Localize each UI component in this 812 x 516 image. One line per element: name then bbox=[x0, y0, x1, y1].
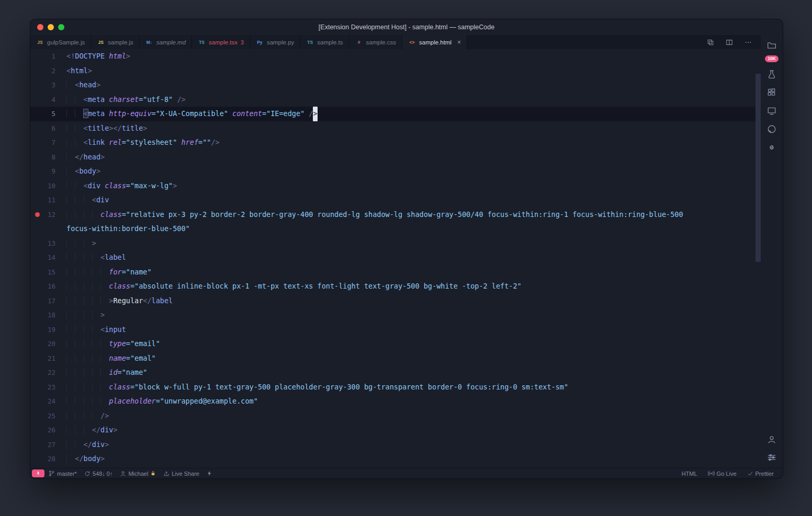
code-line[interactable]: 12 class="relative px-3 py-2 border-2 bo… bbox=[30, 208, 755, 222]
line-number[interactable]: 6 bbox=[30, 121, 66, 136]
maximize-window-button[interactable] bbox=[58, 24, 64, 30]
prettier-status[interactable]: Prettier bbox=[743, 471, 777, 477]
code-line[interactable]: 26 </div> bbox=[30, 423, 755, 438]
code-line[interactable]: 25 /> bbox=[30, 409, 755, 423]
code-line[interactable]: 18 > bbox=[30, 308, 755, 323]
line-number[interactable]: 24 bbox=[30, 394, 66, 409]
tab-sample.html[interactable]: <>sample.html× bbox=[402, 35, 467, 49]
code-line[interactable]: 8 </head> bbox=[30, 150, 755, 165]
tab-sample.ts[interactable]: TSsample.ts bbox=[300, 35, 349, 49]
code-line[interactable]: 13 > bbox=[30, 236, 755, 251]
live-share-button[interactable]: Live Share bbox=[160, 471, 203, 477]
code-line[interactable]: 16 class="absolute inline-block px-1 -mt… bbox=[30, 279, 755, 294]
explorer-icon[interactable] bbox=[765, 40, 778, 51]
tab-sample.tsx[interactable]: TSsample.tsx3 bbox=[192, 35, 250, 49]
code-line[interactable]: 15 for="name" bbox=[30, 265, 755, 280]
minimize-window-button[interactable] bbox=[48, 24, 54, 30]
line-number[interactable]: 3 bbox=[30, 78, 66, 93]
line-number[interactable]: 2 bbox=[30, 64, 66, 78]
code-line[interactable]: 29</html> bbox=[30, 466, 755, 468]
tab-sample.md[interactable]: M↓sample.md bbox=[140, 35, 192, 49]
title-bar[interactable]: [Extension Development Host] - sample.ht… bbox=[30, 19, 783, 35]
go-live-button[interactable]: Go Live bbox=[704, 470, 740, 477]
remote-window-icon[interactable] bbox=[765, 106, 778, 116]
breakpoint-dot[interactable] bbox=[35, 212, 40, 217]
line-number[interactable]: 15 bbox=[30, 265, 66, 280]
language-mode[interactable]: HTML bbox=[678, 471, 701, 477]
line-number[interactable]: 5 bbox=[30, 107, 66, 121]
tab-sample.css[interactable]: #sample.css bbox=[349, 35, 403, 49]
line-number[interactable]: 25 bbox=[30, 409, 66, 423]
code-line[interactable]: 24 placeholder="unwrapped@example.com" bbox=[30, 394, 755, 409]
code-line[interactable]: 5 <meta http-equiv="X-UA-Compatible" con… bbox=[30, 107, 755, 121]
text-cursor: > bbox=[313, 107, 317, 121]
accounts-icon[interactable] bbox=[765, 434, 778, 445]
line-number[interactable]: 12 bbox=[30, 208, 66, 222]
file-type-icon: # bbox=[355, 40, 363, 45]
code-line[interactable]: 2<html> bbox=[30, 64, 755, 78]
live-share-icon[interactable] bbox=[765, 142, 778, 153]
remote-indicator[interactable] bbox=[32, 469, 44, 477]
close-window-button[interactable] bbox=[37, 24, 43, 30]
code-line[interactable]: 20 type="email" bbox=[30, 337, 755, 351]
code-line[interactable]: 22 id="name" bbox=[30, 365, 755, 380]
more-actions-icon[interactable] bbox=[742, 37, 754, 48]
line-number[interactable]: 18 bbox=[30, 308, 66, 323]
open-changes-icon[interactable] bbox=[704, 37, 717, 48]
line-number[interactable]: 21 bbox=[30, 351, 66, 366]
tab-sample.js[interactable]: JSsample.js bbox=[91, 35, 140, 49]
tab-sample.py[interactable]: Pysample.py bbox=[250, 35, 300, 49]
extensions-icon[interactable] bbox=[765, 87, 778, 98]
tab-gulpSample.js[interactable]: JSgulpSample.js bbox=[30, 35, 91, 49]
line-number[interactable]: 9 bbox=[30, 164, 66, 179]
scrollbar-thumb[interactable] bbox=[755, 74, 761, 262]
live-share-user[interactable]: Michael bbox=[116, 471, 160, 477]
line-number[interactable]: 23 bbox=[30, 380, 66, 395]
code-line[interactable]: 19 <input bbox=[30, 323, 755, 337]
code-area[interactable]: 1<!DOCTYPE html>2<html>3 <head>4 <meta c… bbox=[30, 49, 755, 468]
editor[interactable]: 1<!DOCTYPE html>2<html>3 <head>4 <meta c… bbox=[30, 49, 761, 468]
line-number[interactable]: 26 bbox=[30, 423, 66, 438]
code-line[interactable]: 4 <meta charset="utf-8" /> bbox=[30, 93, 755, 107]
code-line[interactable]: 7 <link rel="stylesheet" href=""/> bbox=[30, 135, 755, 150]
line-number[interactable]: 1 bbox=[30, 49, 66, 64]
code-line[interactable]: 9 <body> bbox=[30, 164, 755, 179]
github-icon[interactable] bbox=[765, 124, 778, 134]
editor-scrollbar[interactable] bbox=[755, 49, 761, 468]
line-number[interactable]: 19 bbox=[30, 323, 66, 337]
code-line[interactable]: 21 name="emal" bbox=[30, 351, 755, 366]
line-number[interactable]: 8 bbox=[30, 150, 66, 165]
line-number[interactable]: 13 bbox=[30, 236, 66, 251]
code-line[interactable]: 1<!DOCTYPE html> bbox=[30, 49, 755, 64]
line-number[interactable] bbox=[30, 222, 66, 236]
line-number[interactable]: 22 bbox=[30, 365, 66, 380]
code-line[interactable]: 17 >Regular</label bbox=[30, 294, 755, 308]
testing-beaker-icon[interactable] bbox=[765, 69, 778, 79]
lightning-status-icon[interactable] bbox=[203, 471, 216, 476]
git-sync-status[interactable]: 548↓ 0↑ bbox=[81, 471, 117, 477]
line-number[interactable]: 4 bbox=[30, 93, 66, 107]
code-line[interactable]: 27 </div> bbox=[30, 438, 755, 452]
settings-icon[interactable] bbox=[765, 452, 778, 463]
close-tab-icon[interactable]: × bbox=[457, 39, 461, 46]
code-line[interactable]: 6 <title></title> bbox=[30, 121, 755, 136]
line-number[interactable]: 10 bbox=[30, 179, 66, 193]
code-line[interactable]: 11 <div bbox=[30, 193, 755, 208]
line-number[interactable]: 17 bbox=[30, 294, 66, 308]
line-number[interactable]: 7 bbox=[30, 135, 66, 150]
line-number[interactable]: 28 bbox=[30, 452, 66, 466]
split-editor-icon[interactable] bbox=[723, 37, 736, 48]
code-line[interactable]: 3 <head> bbox=[30, 78, 755, 93]
code-line[interactable]: 23 class="block w-full py-1 text-gray-50… bbox=[30, 380, 755, 395]
code-line[interactable]: 10 <div class="max-w-lg"> bbox=[30, 179, 755, 193]
line-number[interactable]: 27 bbox=[30, 438, 66, 452]
line-number[interactable]: 20 bbox=[30, 337, 66, 351]
code-line[interactable]: focus-within:border-blue-500" bbox=[30, 222, 755, 236]
git-branch-status[interactable]: master* bbox=[44, 470, 81, 477]
code-line[interactable]: 28 </body> bbox=[30, 452, 755, 466]
code-line[interactable]: 14 <label bbox=[30, 250, 755, 265]
line-number[interactable]: 14 bbox=[30, 250, 66, 265]
line-number[interactable]: 11 bbox=[30, 193, 66, 208]
line-number[interactable]: 29 bbox=[30, 466, 66, 468]
line-number[interactable]: 16 bbox=[30, 279, 66, 294]
